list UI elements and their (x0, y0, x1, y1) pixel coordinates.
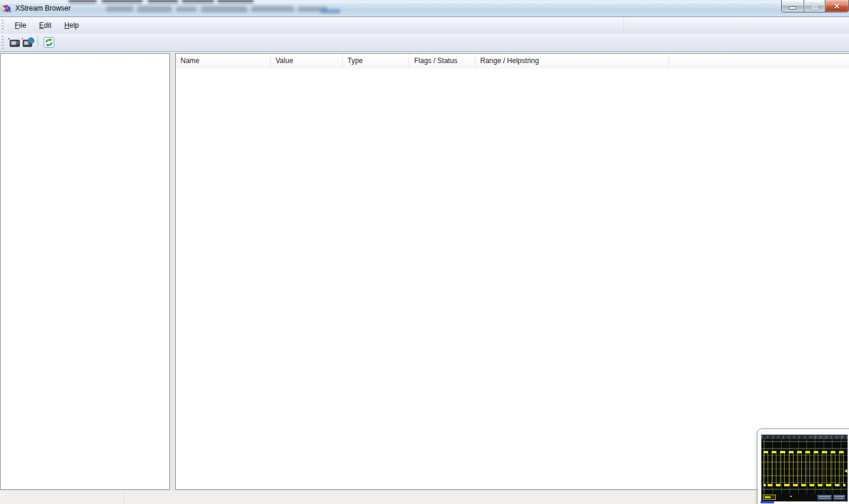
titlebar: XStream Browser ✕ (0, 0, 849, 17)
column-header-type[interactable]: Type (343, 54, 409, 68)
scope-taskbar-strip (761, 501, 774, 503)
connect-network-scope-icon: * (22, 37, 35, 48)
refresh-icon (44, 37, 54, 48)
toolbar: * * (0, 34, 849, 52)
titlebar-blur-artifact (201, 6, 247, 12)
titlebar-blur-artifact (106, 6, 133, 12)
connect-scope-button[interactable]: * (7, 35, 21, 50)
status-bar (0, 491, 849, 504)
menubar-gripper[interactable] (2, 19, 4, 31)
column-header-filler (669, 54, 849, 68)
window-controls: ✕ (781, 0, 849, 12)
restore-button[interactable] (804, 0, 825, 12)
close-button[interactable]: ✕ (825, 0, 849, 12)
square-wave-edges (763, 452, 845, 486)
titlebar-blur-artifact (251, 6, 294, 12)
menu-item-edit[interactable]: Edit (32, 19, 58, 32)
square-wave-high-level (763, 451, 845, 453)
trigger-level-marker (844, 469, 847, 473)
column-header-name[interactable]: Name (176, 54, 271, 68)
refresh-button[interactable] (42, 35, 56, 50)
trigger-position-tick (790, 496, 792, 497)
toolbar-separator (38, 37, 38, 48)
titlebar-highlight (0, 2, 849, 3)
connect-scope-icon: * (8, 37, 21, 48)
minimize-icon (789, 6, 796, 9)
column-header-value[interactable]: Value (271, 54, 343, 68)
connect-network-scope-button[interactable]: * (21, 35, 35, 50)
xstream-app-icon (2, 4, 12, 14)
window-title: XStream Browser (15, 4, 71, 12)
column-header-range-helpstring[interactable]: Range / Helpstring (476, 54, 669, 68)
trigger-descriptor-box (833, 495, 845, 500)
restore-icon (812, 4, 818, 9)
list-header: Name Value Type Flags / Status Range / H… (176, 54, 849, 69)
titlebar-blur-artifact (137, 6, 172, 12)
status-section-right (125, 491, 849, 504)
list-body[interactable] (176, 68, 849, 489)
app-window: XStream Browser ✕ File Edit Help (0, 0, 849, 504)
square-wave-low-level (763, 484, 845, 486)
menu-item-file[interactable]: File (8, 19, 32, 32)
channel-descriptor-box (763, 495, 776, 500)
titlebar-blur-artifact (176, 6, 196, 12)
scope-screen (761, 434, 848, 502)
close-icon: ✕ (834, 2, 840, 10)
property-list-panel: Name Value Type Flags / Status Range / H… (175, 53, 849, 490)
timebase-descriptor-box (817, 495, 832, 500)
device-tree-panel[interactable] (0, 53, 170, 490)
column-header-flags-status[interactable]: Flags / Status (409, 54, 476, 68)
menu-item-help[interactable]: Help (58, 19, 86, 32)
scope-menustrip (762, 435, 847, 439)
status-section-left (0, 491, 124, 504)
minimize-button[interactable] (781, 0, 804, 12)
menubar: File Edit Help (0, 17, 849, 34)
scope-preview-window[interactable] (757, 429, 849, 504)
toolbar-gripper[interactable] (2, 36, 4, 49)
titlebar-blur-artifact (320, 9, 340, 14)
